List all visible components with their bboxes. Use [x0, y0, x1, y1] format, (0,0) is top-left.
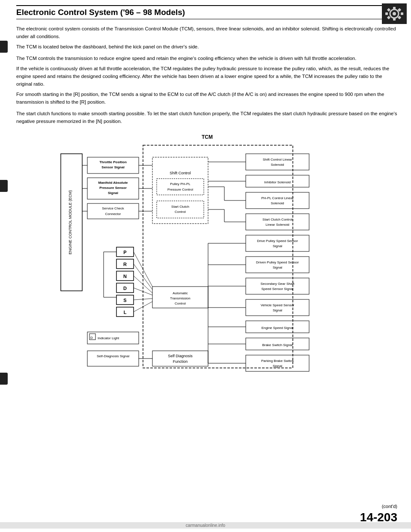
svg-rect-23 [87, 203, 139, 219]
svg-point-2 [393, 12, 396, 15]
svg-text:Function: Function [173, 359, 188, 364]
svg-text:Pressure Control: Pressure Control [167, 188, 193, 191]
svg-text:D: D [123, 286, 127, 291]
page-footer: (cont'd) 14-203 [360, 504, 397, 524]
svg-rect-97 [246, 299, 309, 316]
title-section: Electronic Control System ('96 – 98 Mode… [16, 5, 398, 19]
svg-text:Engine Speed Signal: Engine Speed Signal [262, 326, 294, 330]
svg-text:Automatic: Automatic [173, 291, 188, 295]
svg-rect-42 [152, 351, 208, 366]
svg-text:Shift Control Linear: Shift Control Linear [263, 158, 292, 161]
svg-text:Indicator Light: Indicator Light [98, 336, 119, 340]
svg-text:Drive Pulley Speed Sensor: Drive Pulley Speed Sensor [257, 239, 298, 243]
svg-text:Solenoid: Solenoid [271, 201, 284, 205]
svg-text:Secondary Gear Shaft: Secondary Gear Shaft [260, 282, 295, 286]
svg-text:L: L [124, 310, 127, 315]
para3: The TCM controls the transmission to red… [16, 55, 398, 63]
para1: The electronic control system consists o… [16, 25, 398, 41]
binding-post-middle [0, 180, 8, 192]
svg-text:D: D [90, 336, 93, 340]
svg-text:Pulley PH-PL: Pulley PH-PL [170, 182, 191, 186]
svg-text:Start Clutch Control: Start Clutch Control [262, 218, 292, 221]
logo [382, 3, 407, 24]
svg-text:Solenoid: Solenoid [271, 163, 284, 167]
svg-rect-4 [393, 18, 396, 21]
svg-text:Signal: Signal [273, 308, 282, 312]
svg-text:S: S [123, 298, 126, 303]
svg-text:Speed Sensor Signal: Speed Sensor Signal [261, 287, 293, 291]
svg-text:Control: Control [175, 210, 186, 214]
body-text-section: The electronic control system consists o… [16, 25, 398, 51]
cont-label: (cont'd) [360, 504, 397, 509]
svg-text:Connector: Connector [105, 212, 121, 216]
svg-rect-89 [246, 257, 309, 273]
svg-text:ENGINE CONTROL MODULE (ECM): ENGINE CONTROL MODULE (ECM) [68, 190, 72, 254]
svg-text:Manifold Absolute: Manifold Absolute [98, 181, 128, 185]
svg-rect-66 [246, 154, 309, 170]
svg-text:Signal: Signal [273, 266, 282, 269]
svg-text:Start Clutch: Start Clutch [171, 205, 189, 209]
svg-rect-3 [393, 7, 396, 9]
svg-text:Self-Diagnosis Signal: Self-Diagnosis Signal [97, 354, 129, 358]
svg-rect-5 [385, 12, 388, 15]
svg-rect-107 [246, 355, 309, 371]
svg-text:Shift Control: Shift Control [170, 171, 191, 175]
binding-post-top [0, 41, 8, 53]
svg-rect-32 [157, 179, 204, 195]
svg-text:P: P [123, 250, 126, 255]
svg-text:Pressure Sensor: Pressure Sensor [99, 186, 127, 190]
svg-text:Service Check: Service Check [102, 206, 125, 210]
svg-text:PH-PL Control Linear: PH-PL Control Linear [261, 196, 294, 200]
para6: The start clutch functions to make smoot… [16, 110, 398, 126]
para2: The TCM is located below the dashboard, … [16, 43, 398, 51]
svg-text:Self Diagnosis: Self Diagnosis [168, 354, 193, 358]
svg-text:Brake Switch Signal: Brake Switch Signal [262, 343, 292, 347]
svg-text:Linear Solenoid: Linear Solenoid [265, 223, 289, 227]
para4: If the vehicle is continuously driven at… [16, 65, 398, 88]
svg-rect-79 [246, 214, 309, 230]
svg-text:Signal: Signal [108, 191, 118, 195]
svg-text:Sensor Signal: Sensor Signal [101, 165, 124, 169]
para5: For smooth starting in the [R] position,… [16, 91, 398, 106]
svg-rect-93 [246, 278, 309, 294]
svg-text:Driven Pulley Speed Sensor: Driven Pulley Speed Sensor [256, 260, 299, 264]
svg-text:Parking Brake Switch: Parking Brake Switch [261, 359, 294, 363]
svg-rect-35 [157, 201, 204, 218]
body-text-section3: The start clutch functions to make smoot… [16, 110, 398, 126]
svg-text:R: R [123, 262, 127, 267]
svg-text:N: N [123, 274, 127, 279]
watermark: carmanualonline.info [0, 522, 411, 529]
svg-rect-6 [401, 12, 403, 15]
svg-text:Signal: Signal [273, 364, 282, 368]
svg-text:Control: Control [175, 302, 186, 305]
svg-rect-73 [246, 192, 309, 209]
tcm-label: TCM [53, 134, 361, 140]
svg-text:Signal: Signal [273, 244, 282, 248]
page-title: Electronic Control System ('96 – 98 Mode… [16, 8, 185, 17]
binding-post-bottom [0, 373, 8, 385]
diagram-area: TCM ENGINE CONTROL MODULE (ECM) Throttle… [53, 134, 361, 383]
svg-text:Inhibitor Solenoid: Inhibitor Solenoid [264, 180, 291, 184]
system-diagram: ENGINE CONTROL MODULE (ECM) Throttle Pos… [53, 141, 361, 381]
svg-rect-113 [87, 351, 139, 366]
body-text-section2: The TCM controls the transmission to red… [16, 55, 398, 106]
svg-text:Throttle Position: Throttle Position [99, 160, 127, 164]
svg-rect-85 [246, 235, 309, 251]
svg-text:Transmission: Transmission [170, 296, 190, 300]
svg-text:Vehicle Speed Sensor: Vehicle Speed Sensor [261, 303, 295, 307]
